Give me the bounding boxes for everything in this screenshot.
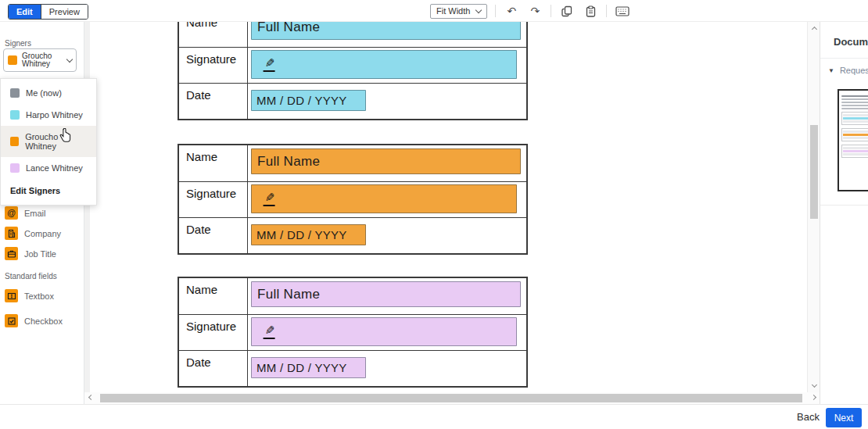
chevron-down-icon bbox=[66, 55, 73, 62]
signer-menu-item-lance[interactable]: Lance Whitney bbox=[1, 157, 96, 179]
document-toolbar: Fit Width ↶ ↷ bbox=[430, 0, 630, 22]
full-name-field[interactable]: Full Name bbox=[251, 22, 521, 40]
building-icon bbox=[5, 227, 18, 240]
thumbnail-row bbox=[843, 147, 868, 149]
thumbnail-field-bar bbox=[843, 117, 868, 120]
zoom-level-select[interactable]: Fit Width bbox=[430, 4, 487, 19]
zoom-level-value: Fit Width bbox=[436, 6, 470, 16]
briefcase-icon bbox=[5, 247, 18, 260]
back-button[interactable]: Back bbox=[797, 405, 820, 429]
field-checkbox[interactable]: Checkbox bbox=[5, 314, 63, 327]
thumbnail-table bbox=[841, 112, 868, 125]
document-thumbnail[interactable] bbox=[838, 89, 868, 191]
full-name-field[interactable]: Full Name bbox=[251, 148, 521, 174]
date-field[interactable]: MM / DD / YYYY bbox=[251, 224, 366, 245]
esignature-editor: Edit Preview Fit Width ↶ ↷ Signe bbox=[0, 0, 868, 429]
request-section-toggle[interactable]: ▼ Request bbox=[828, 66, 868, 75]
next-button[interactable]: Next bbox=[826, 408, 862, 427]
horizontal-scrollbar[interactable] bbox=[84, 392, 820, 404]
table-row-label: Signature bbox=[179, 182, 248, 217]
thumbnail-text-line bbox=[841, 108, 868, 109]
thumbnail-text-line bbox=[841, 105, 868, 106]
signer-color-swatch bbox=[10, 137, 19, 146]
edit-signers-button[interactable]: Edit Signers bbox=[1, 179, 96, 202]
redo-icon: ↷ bbox=[531, 5, 540, 17]
field-label: Email bbox=[24, 209, 46, 218]
preview-tab[interactable]: Preview bbox=[41, 5, 88, 19]
chevron-down-icon bbox=[475, 6, 482, 13]
table-row-label: Date bbox=[179, 351, 248, 386]
undo-button[interactable]: ↶ bbox=[504, 3, 519, 19]
signature-field[interactable]: ✎ bbox=[251, 184, 517, 213]
signature-field[interactable]: ✎ bbox=[251, 50, 517, 79]
panel-divider bbox=[820, 205, 868, 206]
table-row-label: Signature bbox=[179, 315, 248, 350]
signature-field[interactable]: ✎ bbox=[251, 317, 517, 346]
field-company[interactable]: Company bbox=[5, 227, 61, 240]
signer-menu-label: Harpo Whitney bbox=[26, 110, 83, 120]
scroll-up-button[interactable] bbox=[808, 22, 820, 34]
edit-tab[interactable]: Edit bbox=[9, 5, 41, 19]
signer-color-swatch bbox=[8, 55, 17, 65]
redo-button[interactable]: ↷ bbox=[527, 3, 543, 19]
copy-button[interactable] bbox=[559, 3, 575, 19]
toolbar-divider bbox=[495, 5, 496, 17]
field-textbox[interactable]: Textbox bbox=[5, 289, 54, 302]
panel-divider bbox=[820, 58, 868, 59]
signer-select[interactable]: Groucho Whitney bbox=[3, 48, 77, 72]
document-canvas: Name Full Name Signature ✎ Date MM / DD … bbox=[84, 22, 820, 392]
standard-fields-label: Standard fields bbox=[5, 272, 57, 281]
signer-menu-item-me[interactable]: Me (now) bbox=[1, 82, 96, 104]
clipboard-icon bbox=[585, 5, 597, 17]
thumbnail-table bbox=[841, 128, 868, 141]
documents-panel: Documents ▼ Request bbox=[820, 22, 868, 404]
toolbar-divider bbox=[606, 5, 607, 17]
vertical-scrollbar[interactable] bbox=[807, 22, 820, 392]
chevron-up-icon bbox=[811, 27, 816, 32]
chevron-right-icon bbox=[810, 394, 816, 399]
thumbnail-table bbox=[841, 145, 868, 158]
signers-label: Signers bbox=[5, 39, 31, 48]
hand-cursor-icon bbox=[59, 128, 71, 143]
copy-icon bbox=[561, 5, 573, 17]
chevron-down-icon bbox=[811, 382, 816, 388]
keyboard-shortcuts-button[interactable] bbox=[615, 3, 630, 19]
signer-menu-label: Me (now) bbox=[26, 88, 62, 98]
scroll-left-button[interactable] bbox=[84, 392, 97, 404]
horizontal-scroll-thumb[interactable] bbox=[100, 394, 802, 402]
keyboard-icon bbox=[615, 6, 629, 16]
signer-menu-label: Lance Whitney bbox=[26, 163, 83, 173]
date-field[interactable]: MM / DD / YYYY bbox=[251, 90, 366, 111]
pencil-icon: ✎ bbox=[264, 324, 275, 339]
request-section-label: Request bbox=[840, 66, 868, 75]
scroll-right-button[interactable] bbox=[807, 392, 820, 404]
paste-button[interactable] bbox=[583, 3, 598, 19]
textbox-icon bbox=[5, 289, 18, 302]
signer-menu-item-harpo[interactable]: Harpo Whitney bbox=[1, 104, 96, 126]
scroll-down-button[interactable] bbox=[808, 380, 820, 392]
thumbnail-text-line bbox=[841, 102, 868, 103]
full-name-field[interactable]: Full Name bbox=[251, 281, 521, 307]
thumbnail-row bbox=[843, 153, 868, 156]
signer-color-swatch bbox=[10, 110, 20, 120]
toolbar-divider bbox=[551, 5, 551, 17]
wizard-footer: Back Next bbox=[0, 404, 868, 429]
field-email[interactable]: @ Email bbox=[5, 206, 46, 220]
chevron-left-icon bbox=[88, 394, 93, 399]
field-job-title[interactable]: Job Title bbox=[5, 247, 56, 260]
pencil-icon: ✎ bbox=[264, 56, 275, 72]
signer-color-swatch bbox=[10, 163, 20, 173]
thumbnail-row bbox=[843, 114, 868, 116]
selected-signer-name: Groucho Whitney bbox=[22, 52, 63, 68]
signer-color-swatch bbox=[10, 88, 20, 98]
documents-panel-title: Documents bbox=[834, 36, 868, 48]
signer-menu-label: Groucho Whitney bbox=[25, 132, 87, 151]
vertical-scroll-thumb[interactable] bbox=[810, 125, 818, 219]
thumbnail-text-line bbox=[841, 95, 868, 97]
date-field[interactable]: MM / DD / YYYY bbox=[251, 357, 366, 378]
table-row-label: Name bbox=[179, 278, 248, 314]
field-label: Textbox bbox=[24, 291, 54, 301]
field-label: Checkbox bbox=[24, 316, 63, 326]
signer-menu-item-groucho[interactable]: Groucho Whitney bbox=[1, 126, 96, 157]
thumbnail-row bbox=[843, 120, 868, 123]
